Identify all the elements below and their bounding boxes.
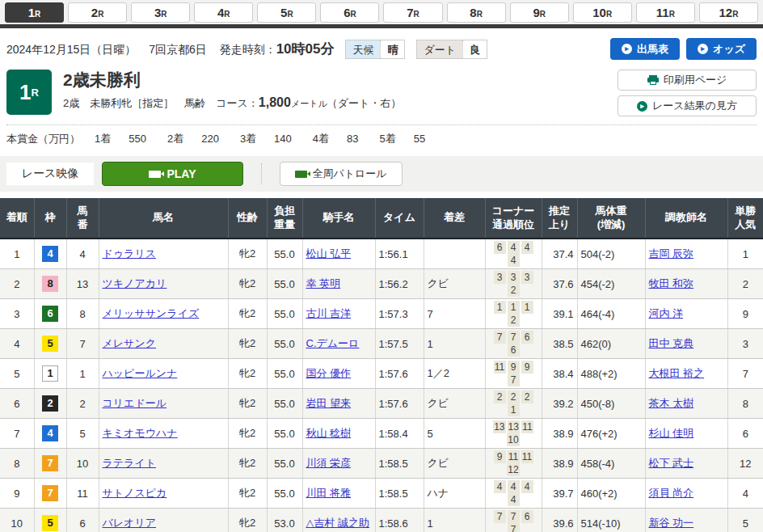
jockey-name-link[interactable]: △吉村 誠之助	[306, 517, 370, 529]
horse-name-link[interactable]: キミオモウハナ	[103, 427, 178, 439]
last-3f-time-cell: 38.5	[542, 329, 577, 359]
finish-time-cell: 1:57.5	[375, 329, 424, 359]
chevron-circle-icon: ▸	[622, 44, 632, 54]
jockey-name-link[interactable]: 川須 栄彦	[306, 457, 352, 469]
horse-name-link[interactable]: ハッピールンナ	[103, 367, 178, 379]
trainer-name-link[interactable]: 吉岡 辰弥	[649, 247, 694, 260]
frame-number-cell: 7	[34, 479, 66, 509]
odds-button[interactable]: ▸ オッズ	[686, 38, 757, 60]
race-tab-9r[interactable]: 9R	[510, 2, 569, 23]
corner-position: 10	[507, 433, 519, 446]
entries-button[interactable]: ▸ 出馬表	[610, 38, 680, 60]
horse-name-link[interactable]: メレサンク	[103, 337, 157, 349]
jockey-name-link[interactable]: 岩田 望来	[306, 397, 352, 409]
race-tab-7r[interactable]: 7R	[383, 2, 442, 23]
trainer-name-link[interactable]: 須貝 尚介	[649, 487, 694, 499]
corner-position: 4	[508, 493, 520, 506]
horse-name-cell: キミオモウハナ	[99, 419, 228, 449]
sex-age-cell: 牝2	[228, 239, 267, 269]
trainer-name-link[interactable]: 松下 武士	[649, 457, 694, 469]
patrol-video-button[interactable]: 全周パトロール	[280, 162, 403, 186]
column-header: 枠	[34, 198, 66, 239]
race-tab-12r[interactable]: 12R	[699, 2, 758, 23]
finish-position-cell: 6	[0, 389, 34, 419]
corner-position: 7	[494, 331, 506, 344]
sex-age-cell: 牝2	[228, 269, 267, 299]
trainer-name-link[interactable]: 新谷 功一	[649, 517, 694, 529]
horse-name-link[interactable]: ツキノアカリ	[103, 277, 167, 289]
race-tab-bar: 1R2R3R4R5R6R7R8R9R10R11R12R	[0, 0, 763, 24]
result-guide-button[interactable]: ▸ レース結果の見方	[618, 95, 757, 116]
win-popularity-cell: 2	[727, 269, 763, 299]
play-button[interactable]: PLAY	[102, 162, 243, 186]
race-title: 2歳未勝利	[63, 70, 618, 90]
trainer-name-link[interactable]: 田中 克典	[649, 337, 694, 349]
race-tab-10r[interactable]: 10R	[573, 2, 632, 23]
carried-weight-cell: 53.0	[267, 509, 302, 532]
frame-number-box: 4	[42, 246, 58, 262]
track-condition-badge: ダート 良	[416, 40, 487, 59]
horse-name-link[interactable]: ドゥラリス	[103, 247, 157, 260]
race-tab-11r[interactable]: 11R	[636, 2, 695, 23]
win-popularity-cell: 12	[727, 449, 763, 479]
result-row: 1056バレオリア牝253.0△吉村 誠之助1:58.61776739.6514…	[0, 509, 763, 532]
jockey-name-link[interactable]: 幸 英明	[306, 277, 341, 289]
prize-items: 1着5502着2203着1404着835着55	[95, 132, 446, 146]
video-camera-icon	[295, 171, 307, 178]
sex-age-cell: 牝2	[228, 299, 267, 329]
print-page-button[interactable]: 印刷用ページ	[618, 70, 757, 91]
horse-name-link[interactable]: バレオリア	[103, 517, 157, 529]
race-tab-5r[interactable]: 5R	[257, 2, 316, 23]
weather-label: 天候	[346, 40, 380, 58]
corner-position: 1	[508, 301, 520, 314]
horse-number-cell: 10	[66, 449, 99, 479]
race-heading: 1R 2歳未勝利 2歳 未勝利牝［指定］ 馬齢 コース：1,800メートル（ダー…	[0, 65, 763, 116]
jockey-name-link[interactable]: 国分 優作	[306, 367, 352, 379]
jockey-name-link[interactable]: 松山 弘平	[306, 247, 352, 260]
finish-time-cell: 1:57.6	[375, 359, 424, 389]
race-tab-6r[interactable]: 6R	[320, 2, 379, 23]
frame-number-cell: 6	[34, 299, 66, 329]
win-popularity-cell: 5	[727, 509, 763, 532]
corner-position: 4	[521, 241, 533, 254]
frame-number-box: 7	[42, 455, 58, 471]
trainer-name-link[interactable]: 杉山 佳明	[649, 427, 694, 439]
horse-name-link[interactable]: コリエドール	[103, 397, 167, 409]
trainer-name-link[interactable]: 牧田 和弥	[649, 277, 694, 289]
race-tab-4r[interactable]: 4R	[194, 2, 253, 23]
jockey-name-cell: 幸 英明	[302, 269, 375, 299]
jockey-name-link[interactable]: 川田 将雅	[306, 487, 352, 499]
margin-cell: 5	[424, 419, 485, 449]
column-header: 負担 重量	[267, 198, 302, 239]
race-tab-2r[interactable]: 2R	[68, 2, 127, 23]
meeting-label: 7回京都6日	[149, 43, 207, 56]
corner-position: 4	[521, 480, 533, 493]
horse-name-link[interactable]: サトノスピカ	[103, 487, 167, 499]
corner-position: 9	[494, 450, 506, 463]
jockey-name-cell: △吉村 誠之助	[302, 509, 375, 532]
race-tab-8r[interactable]: 8R	[447, 2, 506, 23]
race-tab-1r[interactable]: 1R	[5, 2, 64, 23]
horse-name-link[interactable]: メリッササンライズ	[103, 307, 200, 319]
horse-number-cell: 2	[66, 389, 99, 419]
jockey-name-link[interactable]: C.デムーロ	[306, 337, 360, 349]
jockey-name-link[interactable]: 秋山 稔樹	[306, 427, 352, 439]
frame-number-cell: 7	[34, 449, 66, 479]
race-tab-3r[interactable]: 3R	[131, 2, 190, 23]
jockey-name-link[interactable]: 古川 吉洋	[306, 307, 352, 319]
trainer-name-link[interactable]: 大根田 裕之	[649, 367, 705, 379]
frame-number-cell: 4	[34, 419, 66, 449]
horse-name-link[interactable]: ラテライト	[103, 457, 157, 469]
corner-positions-cell: 9111112	[485, 449, 542, 479]
trainer-name-cell: 須貝 尚介	[645, 479, 727, 509]
trainer-name-cell: 杉山 佳明	[645, 419, 727, 449]
last-3f-time-cell: 38.4	[542, 359, 577, 389]
win-popularity-cell: 8	[727, 389, 763, 419]
frame-number-box: 7	[42, 485, 58, 501]
finish-position-cell: 10	[0, 509, 34, 532]
race-number-badge: 1R	[6, 70, 52, 115]
trainer-name-link[interactable]: 河内 洋	[649, 307, 684, 319]
trainer-name-link[interactable]: 茶木 太樹	[649, 397, 694, 409]
corner-position: 6	[508, 344, 520, 357]
corner-position: 3	[508, 271, 520, 284]
